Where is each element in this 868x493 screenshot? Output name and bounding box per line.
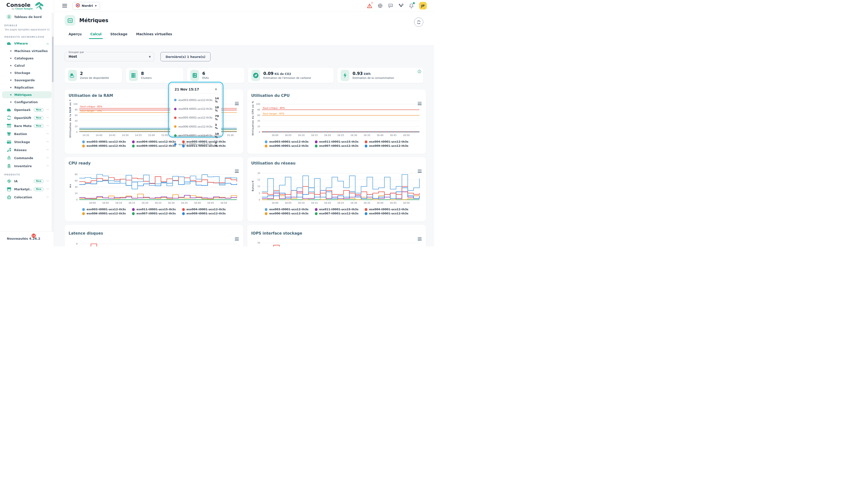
- series-dot-icon: [174, 143, 177, 146]
- content-area: Grouper par Host ▼ Dernière(s) 1 heure(s…: [54, 46, 434, 246]
- sidebar-item-r-plication[interactable]: Réplication: [2, 84, 52, 91]
- tab-stockage[interactable]: Stockage: [110, 32, 127, 39]
- chart-menu-icon[interactable]: [418, 169, 421, 173]
- tooltip-close-icon[interactable]: ✕: [214, 87, 218, 91]
- select-caret-icon: ▼: [149, 56, 151, 58]
- legend-item[interactable]: esx006-t0001-ucs12-th3s: [82, 212, 126, 215]
- legend-item[interactable]: esx009-t0001-ucs12-th3s: [365, 212, 408, 215]
- legend-item[interactable]: esx004-t0001-ucs12-th3s: [365, 208, 408, 211]
- legend-item[interactable]: esx007-t0001-ucs12-th3s: [315, 212, 358, 215]
- sidebar-item-catalogues[interactable]: Catalogues: [2, 55, 52, 62]
- sidebar-item-marketpl-[interactable]: Marketpl...New﹀: [2, 185, 52, 193]
- sidebar-item-label: Bare Metal: [14, 124, 31, 128]
- legend-item[interactable]: esx011-t0001-ucs15-th3s: [315, 140, 358, 143]
- sidebar-item-configuration[interactable]: Configuration: [2, 99, 52, 106]
- sidebar-item-openshift[interactable]: OpenShiftNew﹀: [2, 114, 52, 122]
- legend-item[interactable]: esx006-t0001-ucs12-th3s: [265, 212, 308, 215]
- sidebar-section-header: ÉPINGLÉ: [0, 21, 54, 28]
- sidebar-item-bare-metal[interactable]: Bare MetalNew﹀: [2, 122, 52, 130]
- refresh-button[interactable]: [414, 18, 423, 27]
- chart-plot[interactable]: 0102030405016:0016:0516:1016:1516:2016:2…: [251, 237, 421, 246]
- chart-menu-icon[interactable]: [418, 101, 421, 106]
- chart-menu-icon[interactable]: [235, 101, 239, 106]
- brand-logo[interactable]: Console by Cloud Temple: [0, 0, 54, 12]
- time-range-button[interactable]: Dernière(s) 1 heure(s): [160, 52, 210, 61]
- tooltip-host-value: 3 %: [215, 123, 218, 130]
- legend-item[interactable]: esx003-t0001-ucs12-th3s: [82, 208, 126, 211]
- group-by-select[interactable]: Grouper par Host ▼: [65, 52, 154, 61]
- legend-label: esx004-t0001-ucs12-th3s: [369, 140, 408, 143]
- notifications-button[interactable]: [409, 3, 414, 8]
- legend-item[interactable]: esx007-t0001-ucs12-th3s: [315, 144, 358, 148]
- tools-button[interactable]: [398, 3, 404, 8]
- stat-cards: 2Zones de disponibilité8Clusters6ESXs0.0…: [65, 68, 423, 83]
- chart-plot[interactable]: 0246816:0016:0516:1016:1516:2016:2516:30…: [69, 237, 239, 246]
- legend-label: esx006-t0001-ucs12-th3s: [269, 144, 308, 148]
- sidebar-item-stockage[interactable]: Stockage﹀: [2, 138, 52, 146]
- legend-item[interactable]: esx009-t0001-ucs12-th3s: [182, 212, 226, 215]
- menu-toggle-icon[interactable]: [62, 3, 67, 8]
- tenant-selector[interactable]: Nordri ▼: [72, 2, 100, 10]
- sidebar-item-commande[interactable]: Commande﹀: [2, 154, 52, 162]
- support-button[interactable]: [378, 3, 383, 8]
- sidebar-item-calcul[interactable]: Calcul: [2, 62, 52, 69]
- legend-item[interactable]: esx011-t0001-ucs15-th3s: [132, 208, 176, 211]
- tab-aper-u[interactable]: Aperçu: [69, 32, 82, 39]
- legend-item[interactable]: esx004-t0001-ucs12-th3s: [182, 208, 226, 211]
- chart-plot[interactable]: 0510152016:0016:0516:1016:1516:2016:2516…: [251, 167, 421, 206]
- avatar[interactable]: JP: [419, 2, 427, 9]
- sidebar-item-colocation[interactable]: Colocation﹀: [2, 193, 52, 201]
- svg-text:40: 40: [257, 120, 260, 122]
- bullet-icon: [10, 87, 12, 88]
- chevron-down-icon: ﹀: [46, 108, 49, 112]
- sidebar-item-m-triques[interactable]: Métriques: [2, 91, 52, 98]
- sidebar-item-sauvegarde[interactable]: Sauvegarde: [2, 77, 52, 84]
- sidebar-item-machines-virtuelles[interactable]: Machines virtuelles: [2, 47, 52, 55]
- chart-menu-icon[interactable]: [235, 237, 239, 241]
- svg-text:Seuil danger - 60%: Seuil danger - 60%: [263, 112, 284, 115]
- legend-label: esx006-t0001-ucs12-th3s: [87, 144, 126, 148]
- tab-machines-virtuelles[interactable]: Machines virtuelles: [136, 32, 172, 39]
- feedback-button[interactable]: [388, 3, 393, 8]
- svg-text:16:45: 16:45: [207, 201, 214, 204]
- stat-value: 6: [202, 71, 209, 76]
- sidebar-item-openiaas[interactable]: OpenIaaSNew﹀: [2, 106, 52, 114]
- chart-card-cpu-ready: CPU ready02040608016:0016:0516:1016:1516…: [65, 157, 243, 221]
- legend-dot-icon: [132, 208, 135, 211]
- legend-item[interactable]: esx003-t0001-ucs12-th3s: [265, 208, 308, 211]
- sidebar-item-stockage[interactable]: Stockage: [2, 69, 52, 77]
- legend-item[interactable]: esx006-t0001-ucs12-th3s: [82, 144, 126, 148]
- chart-plot[interactable]: 02040608010016:0016:0516:1016:1516:2016:…: [251, 100, 421, 138]
- sidebar-item-ia[interactable]: IANew﹀: [2, 177, 52, 185]
- sidebar-footer[interactable]: Nouveautés 4.26.2 11: [0, 231, 54, 246]
- sidebar-item-dashboard[interactable]: Tableau de bord: [2, 13, 52, 21]
- legend-item[interactable]: esx004-t0001-ucs12-th3s: [132, 140, 176, 143]
- svg-text:100: 100: [73, 103, 77, 105]
- legend-item[interactable]: esx007-t0001-ucs12-th3s: [132, 212, 176, 215]
- legend-dot-icon: [365, 141, 367, 143]
- chart-menu-icon[interactable]: [235, 169, 239, 173]
- chart-plot[interactable]: 02040608016:0016:0516:1016:1516:2016:251…: [69, 167, 239, 206]
- svg-text:16:50: 16:50: [220, 201, 227, 204]
- release-notes-link[interactable]: Nouveautés 4.26.2: [7, 237, 40, 240]
- chart-menu-icon[interactable]: [418, 237, 421, 241]
- legend-item[interactable]: esx003-t0001-ucs12-th3s: [82, 140, 126, 143]
- sidebar-scrollbar[interactable]: [52, 37, 53, 82]
- info-icon[interactable]: [418, 70, 421, 74]
- tooltip-host-label: esx006-t0001-ucs12-th3s:: [179, 125, 213, 128]
- tab-calcul[interactable]: Calcul: [90, 32, 101, 39]
- alerts-button[interactable]: [367, 3, 372, 8]
- legend-item[interactable]: esx003-t0001-ucs12-th3s: [265, 140, 308, 143]
- legend-item[interactable]: esx009-t0001-ucs12-th3s: [365, 144, 408, 148]
- sidebar-item-vmware[interactable]: VMware︿: [2, 39, 52, 47]
- legend-item[interactable]: esx006-t0001-ucs12-th3s: [265, 144, 308, 148]
- tooltip-rows: esx003-t0001-ucs12-th3s:14 %esx004-t0001…: [174, 94, 218, 149]
- sidebar-item-inventaire[interactable]: Inventaire﹀: [2, 162, 52, 170]
- sidebar-item-bastion[interactable]: Bastion﹀: [2, 130, 52, 138]
- legend-item[interactable]: esx004-t0001-ucs12-th3s: [365, 140, 408, 143]
- bolt-icon: [341, 70, 349, 81]
- sidebar-item-r-seau[interactable]: Réseau﹀: [2, 146, 52, 154]
- tooltip-host-label: esx011-t0001-ucs15-th3s:: [179, 143, 213, 146]
- legend-item[interactable]: esx011-t0001-ucs15-th3s: [315, 208, 358, 211]
- legend-item[interactable]: esx009-t0001-ucs12-th3s: [132, 144, 176, 148]
